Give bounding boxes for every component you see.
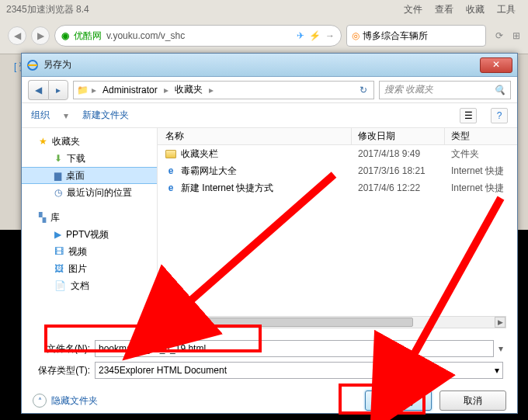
bolt-icon[interactable]: ⚡ (309, 30, 321, 41)
command-bar: 组织 ▾ 新建文件夹 ☰ ? (22, 103, 517, 128)
tree-pictures[interactable]: 🖼图片 (22, 260, 157, 277)
tree-desktop[interactable]: ▆桌面 (22, 167, 157, 184)
scroll-right-icon[interactable]: ▶ (495, 317, 505, 328)
dialog-footer: ˄ 隐藏文件夹 保存(S) 取消 (22, 386, 517, 417)
horizontal-scrollbar[interactable]: ◀ ▶ (161, 316, 506, 328)
folder-tree[interactable]: ★收藏夹 ⬇下载 ▆桌面 ◷最近访问的位置 ▚库 ▶PPTV视频 🎞视频 🖼图片… (22, 128, 158, 330)
menu-file[interactable]: 文件 (404, 3, 422, 16)
help-icon[interactable]: ? (491, 108, 508, 123)
nav-forward-button[interactable]: ▸ (48, 80, 68, 100)
tree-downloads[interactable]: ⬇下载 (22, 150, 157, 167)
refresh-icon[interactable]: ⟳ (495, 30, 503, 41)
go-icon[interactable]: → (325, 30, 335, 41)
url-text: v.youku.com/v_shc (106, 30, 292, 41)
picture-icon: 🖼 (54, 263, 64, 274)
chevron-up-icon: ˄ (33, 394, 47, 408)
folder-icon: 📁 (77, 85, 89, 95)
file-row[interactable]: e毒霸网址大全 2017/3/16 18:21 Internet 快捷 (158, 162, 517, 179)
tree-docs[interactable]: 📄文档 (22, 277, 157, 294)
search-placeholder: 搜索 收藏夹 (384, 83, 433, 96)
file-list-header[interactable]: 名称 修改日期 类型 (158, 128, 517, 145)
browser-toolbar: ◀ ▶ ◉ 优酷网 v.youku.com/v_shc ✈ ⚡ → ◎ 博多综合… (0, 19, 528, 53)
menu-view[interactable]: 查看 (435, 3, 453, 16)
chevron-down-icon: ▾ (495, 365, 499, 376)
browser-chrome: 2345加速浏览器 8.4 文件 查看 收藏 工具 ◀ ▶ ◉ 优酷网 v.yo… (0, 0, 528, 54)
close-button[interactable]: ✕ (480, 57, 512, 73)
doc-icon: 📄 (54, 280, 66, 291)
library-icon: ▚ (39, 212, 46, 223)
search-icon: 🔍 (494, 85, 505, 95)
ie-icon: e (165, 182, 176, 193)
recent-icon: ◷ (54, 187, 62, 198)
file-list[interactable]: 名称 修改日期 类型 收藏夹栏 2017/4/18 9:49 文件夹 e毒霸网址… (158, 128, 517, 330)
tree-library[interactable]: ▚库 (22, 209, 157, 226)
address-bar[interactable]: ◉ 优酷网 v.youku.com/v_shc ✈ ⚡ → (54, 25, 342, 47)
site-label: 优酷网 (74, 30, 102, 43)
tree-video[interactable]: 🎞视频 (22, 243, 157, 260)
new-folder-button[interactable]: 新建文件夹 (82, 109, 129, 122)
path-bar: ◀ ▸ 📁 ▸ Administrator ▸ 收藏夹 ▸ ↻ 搜索 收藏夹 🔍 (22, 77, 517, 103)
view-options-icon[interactable]: ☰ (460, 108, 477, 123)
organize-button[interactable]: 组织 (31, 109, 50, 122)
browser-title-bar: 2345加速浏览器 8.4 文件 查看 收藏 工具 (0, 0, 528, 19)
col-date[interactable]: 修改日期 (352, 128, 445, 144)
scroll-left-icon[interactable]: ◀ (162, 317, 172, 328)
file-row[interactable]: e新建 Internet 快捷方式 2017/4/6 12:22 Interne… (158, 179, 517, 196)
crumb-favorites[interactable]: 收藏夹 (172, 83, 206, 96)
site-shield-icon: ◉ (61, 30, 69, 41)
col-name[interactable]: 名称 (158, 128, 352, 144)
ie-icon (26, 59, 39, 71)
hide-folders-toggle[interactable]: ˄ 隐藏文件夹 (33, 394, 98, 408)
nav-back-button[interactable]: ◀ (28, 80, 48, 100)
cancel-button[interactable]: 取消 (439, 390, 506, 411)
crumb-admin[interactable]: Administrator (99, 85, 161, 95)
filetype-select[interactable]: 2345Explorer HTML Document ▾ (95, 362, 503, 379)
apps-icon[interactable]: ⊞ (512, 30, 520, 41)
dialog-title-bar[interactable]: 另存为 ✕ (22, 54, 517, 77)
filetype-label: 保存类型(T): (36, 364, 90, 377)
filename-label: 文件名(N): (36, 342, 90, 356)
filename-dropdown-icon[interactable]: ▾ (498, 343, 503, 354)
tree-pptv[interactable]: ▶PPTV视频 (22, 226, 157, 243)
download-icon: ⬇ (54, 153, 62, 164)
star-icon: ★ (39, 136, 47, 147)
menu-tools[interactable]: 工具 (497, 3, 516, 16)
dialog-title: 另存为 (43, 58, 480, 71)
forward-button[interactable]: ▶ (31, 26, 50, 45)
breadcrumb[interactable]: 📁 ▸ Administrator ▸ 收藏夹 ▸ ↻ (73, 81, 374, 99)
browser-search-box[interactable]: ◎ 博多综合车辆所 (346, 25, 486, 47)
pptv-icon: ▶ (54, 229, 61, 240)
filename-input[interactable] (95, 340, 494, 357)
video-icon: 🎞 (54, 246, 64, 257)
browser-title: 2345加速浏览器 8.4 (6, 3, 89, 16)
reload-icon[interactable]: ↻ (356, 85, 370, 95)
rocket-icon[interactable]: ✈ (297, 30, 304, 41)
scroll-thumb[interactable] (172, 318, 413, 327)
folder-icon (165, 150, 176, 158)
search-engine-icon: ◎ (352, 30, 360, 41)
file-row[interactable]: 收藏夹栏 2017/4/18 9:49 文件夹 (158, 145, 517, 162)
desktop-icon: ▆ (54, 170, 61, 181)
ie-icon: e (165, 165, 176, 176)
save-button[interactable]: 保存(S) (365, 390, 432, 411)
dialog-body: ★收藏夹 ⬇下载 ▆桌面 ◷最近访问的位置 ▚库 ▶PPTV视频 🎞视频 🖼图片… (22, 128, 517, 330)
save-as-dialog: 另存为 ✕ ◀ ▸ 📁 ▸ Administrator ▸ 收藏夹 ▸ ↻ 搜索… (21, 53, 518, 414)
folder-search[interactable]: 搜索 收藏夹 🔍 (379, 81, 511, 99)
menu-fav[interactable]: 收藏 (466, 3, 485, 16)
tree-favorites[interactable]: ★收藏夹 (22, 133, 157, 150)
tree-recent[interactable]: ◷最近访问的位置 (22, 184, 157, 201)
search-text: 博多综合车辆所 (363, 30, 428, 43)
form-area: 文件名(N): ▾ 保存类型(T): 2345Explorer HTML Doc… (22, 330, 517, 386)
col-type[interactable]: 类型 (445, 128, 517, 144)
back-button[interactable]: ◀ (8, 26, 26, 45)
